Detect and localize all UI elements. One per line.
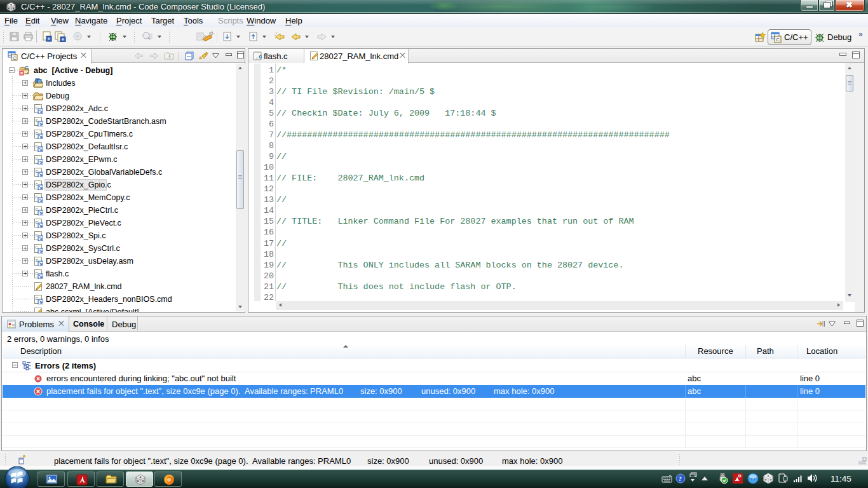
- svg-text:C: C: [776, 37, 780, 43]
- svg-text:?: ?: [679, 475, 682, 482]
